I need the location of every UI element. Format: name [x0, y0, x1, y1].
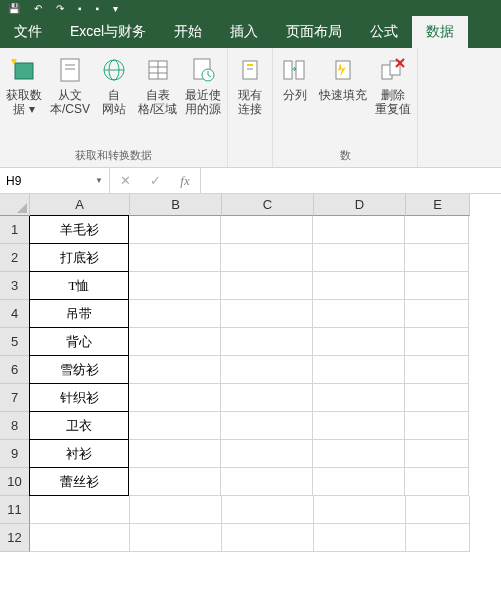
cell[interactable] — [221, 356, 313, 384]
row-header[interactable]: 3 — [0, 272, 30, 300]
cell[interactable] — [221, 244, 313, 272]
name-box[interactable]: H9 ▼ — [0, 168, 110, 193]
row-header[interactable]: 6 — [0, 356, 30, 384]
cell[interactable] — [406, 496, 470, 524]
cell[interactable] — [405, 300, 469, 328]
cell[interactable] — [129, 328, 221, 356]
remove-duplicates-button[interactable]: 删除 重复值 — [371, 52, 415, 146]
row-header[interactable]: 7 — [0, 384, 30, 412]
cell[interactable] — [222, 524, 314, 552]
cell[interactable] — [129, 468, 221, 496]
fx-icon[interactable]: fx — [170, 173, 200, 189]
get-data-button[interactable]: 获取数 据 ▾ — [2, 52, 46, 146]
cell[interactable] — [314, 496, 406, 524]
from-web-button[interactable]: 自 网站 — [94, 52, 134, 146]
cell[interactable] — [221, 384, 313, 412]
cell[interactable] — [313, 412, 405, 440]
cell[interactable]: 羊毛衫 — [29, 215, 129, 244]
cell[interactable] — [314, 524, 406, 552]
cell[interactable] — [129, 356, 221, 384]
cell[interactable] — [405, 244, 469, 272]
cell[interactable] — [405, 272, 469, 300]
cell[interactable] — [313, 356, 405, 384]
tab-home[interactable]: 开始 — [160, 16, 216, 48]
col-header-A[interactable]: A — [30, 194, 130, 216]
formula-input[interactable] — [201, 168, 501, 193]
undo-icon[interactable]: ↶ — [34, 3, 42, 14]
qat-icon-5[interactable]: ▪ — [96, 3, 100, 14]
cell[interactable] — [313, 300, 405, 328]
row-header[interactable]: 1 — [0, 216, 30, 244]
cell[interactable] — [221, 412, 313, 440]
cell[interactable] — [221, 468, 313, 496]
cell[interactable]: 打底衫 — [29, 243, 129, 272]
tab-formulas[interactable]: 公式 — [356, 16, 412, 48]
text-to-columns-button[interactable]: 分列 — [275, 52, 315, 146]
cell[interactable] — [406, 524, 470, 552]
cell[interactable] — [221, 216, 313, 244]
cell[interactable] — [313, 468, 405, 496]
qat-icon-4[interactable]: ▪ — [78, 3, 82, 14]
cell[interactable] — [313, 216, 405, 244]
recent-sources-button[interactable]: 最近使 用的源 — [181, 52, 225, 146]
cell[interactable] — [129, 272, 221, 300]
cell[interactable] — [130, 524, 222, 552]
cell[interactable] — [405, 468, 469, 496]
cell[interactable] — [405, 216, 469, 244]
row-header[interactable]: 10 — [0, 468, 30, 496]
cell[interactable] — [405, 356, 469, 384]
cell[interactable] — [129, 300, 221, 328]
cell[interactable] — [129, 216, 221, 244]
cell[interactable]: 吊带 — [29, 299, 129, 328]
col-header-B[interactable]: B — [130, 194, 222, 216]
row-header[interactable]: 12 — [0, 524, 30, 552]
col-header-E[interactable]: E — [406, 194, 470, 216]
from-table-button[interactable]: 自表 格/区域 — [134, 52, 181, 146]
cell[interactable]: 卫衣 — [29, 411, 129, 440]
row-header[interactable]: 8 — [0, 412, 30, 440]
cell[interactable] — [130, 496, 222, 524]
flash-fill-button[interactable]: 快速填充 — [315, 52, 371, 146]
cell[interactable] — [129, 244, 221, 272]
from-csv-button[interactable]: 从文 本/CSV — [46, 52, 94, 146]
cell[interactable] — [221, 328, 313, 356]
name-box-dropdown-icon[interactable]: ▼ — [95, 176, 103, 185]
cell[interactable]: 衬衫 — [29, 439, 129, 468]
cell[interactable] — [313, 272, 405, 300]
row-header[interactable]: 5 — [0, 328, 30, 356]
cell[interactable] — [129, 384, 221, 412]
row-header[interactable]: 11 — [0, 496, 30, 524]
cell[interactable] — [313, 440, 405, 468]
tab-file[interactable]: 文件 — [0, 16, 56, 48]
cell[interactable] — [221, 440, 313, 468]
col-header-C[interactable]: C — [222, 194, 314, 216]
cell[interactable]: 蕾丝衫 — [29, 467, 129, 496]
cell[interactable] — [221, 300, 313, 328]
tab-data[interactable]: 数据 — [412, 16, 468, 48]
row-header[interactable]: 4 — [0, 300, 30, 328]
cell[interactable]: 针织衫 — [29, 383, 129, 412]
cell[interactable] — [405, 412, 469, 440]
col-header-D[interactable]: D — [314, 194, 406, 216]
cell[interactable]: T恤 — [29, 271, 129, 300]
cell[interactable] — [30, 524, 130, 552]
cell[interactable]: 背心 — [29, 327, 129, 356]
redo-icon[interactable]: ↷ — [56, 3, 64, 14]
cell[interactable] — [313, 328, 405, 356]
cell[interactable] — [30, 496, 130, 524]
row-header[interactable]: 2 — [0, 244, 30, 272]
cell[interactable] — [129, 440, 221, 468]
tab-insert[interactable]: 插入 — [216, 16, 272, 48]
save-icon[interactable]: 💾 — [8, 3, 20, 14]
select-all-corner[interactable] — [0, 194, 30, 216]
cell[interactable] — [405, 440, 469, 468]
cell[interactable] — [222, 496, 314, 524]
cell[interactable]: 雪纺衫 — [29, 355, 129, 384]
cell[interactable] — [405, 328, 469, 356]
qat-dropdown-icon[interactable]: ▾ — [113, 3, 118, 14]
cell[interactable] — [405, 384, 469, 412]
cell[interactable] — [221, 272, 313, 300]
existing-connections-button[interactable]: 现有 连接 — [230, 52, 270, 149]
cell[interactable] — [129, 412, 221, 440]
tab-excel-finance[interactable]: Excel与财务 — [56, 16, 160, 48]
